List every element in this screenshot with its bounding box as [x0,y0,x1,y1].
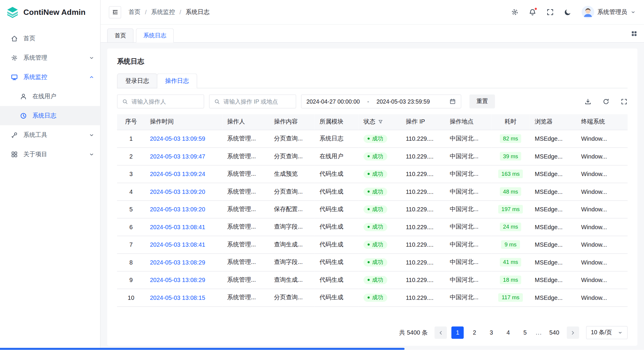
log-detail-link[interactable]: 2024-05-03 13:09:47 [150,153,205,159]
date-range-picker[interactable]: 2024-04-27 00:00:00 - 2024-05-03 23:59:5… [301,94,461,108]
notification-badge [534,7,537,10]
cell-browser: MSEdge... [530,165,576,183]
download-icon[interactable] [584,98,591,105]
operator-search-input[interactable] [132,98,199,105]
expand-icon[interactable] [621,98,628,105]
sidebar-item-label: 首页 [23,34,94,42]
cell-index: 4 [117,183,145,200]
tab-home[interactable]: 首页 [107,28,134,42]
cell-index: 1 [117,130,145,147]
status-badge: 成功 [363,205,387,213]
avatar [581,6,594,18]
refresh-icon[interactable] [602,98,610,105]
reset-button[interactable]: 重置 [469,94,495,108]
sidebar-item-online-users[interactable]: 在线用户 [0,87,100,106]
column-header-index: 序号 [117,114,145,130]
cell-status: 成功 [359,183,401,200]
breadcrumb-item[interactable]: 系统监控 [151,8,175,16]
log-detail-link[interactable]: 2024-05-03 13:08:41 [150,241,205,248]
pagination-page-3[interactable]: 3 [485,327,497,339]
cell-location: 中国河北... [445,253,491,271]
settings-gear-icon[interactable] [511,8,518,16]
page-title: 系统日志 [117,57,627,66]
fullscreen-icon[interactable] [546,8,554,16]
page-size-select[interactable]: 10 条/页 [586,326,627,339]
column-label: 状态 [363,118,375,126]
duration-badge: 41 ms [500,258,521,267]
operator-search-field[interactable] [117,94,204,108]
logo[interactable]: ContiNew Admin [0,0,100,25]
cell-content: 查询生成... [269,236,315,253]
cell-duration: 82 ms [491,130,530,147]
topbar-actions: 系统管理员 [511,6,636,18]
log-detail-link[interactable]: 2024-05-03 13:09:59 [150,135,205,142]
pagination-page-2[interactable]: 2 [468,327,480,339]
cell-index: 9 [117,271,145,289]
log-detail-link[interactable]: 2024-05-03 13:08:15 [150,294,205,301]
notification-bell-icon[interactable] [529,8,536,16]
cell-duration: 24 ms [491,218,530,236]
tool-icon [11,131,18,139]
chevron-down-icon [89,132,94,138]
table-row: 92024-05-03 13:08:29系统管理...查询生成...代码生成成功… [117,271,627,289]
cell-browser: MSEdge... [530,130,576,147]
status-dot [368,208,370,210]
pagination-page-4[interactable]: 4 [502,327,514,339]
pagination-page-540[interactable]: 540 [546,327,562,339]
log-detail-link[interactable]: 2024-05-03 13:09:24 [150,171,205,177]
pagination-page-5[interactable]: 5 [519,327,531,339]
ip-search-field[interactable] [209,94,296,108]
cell-status: 成功 [359,200,401,218]
tab-system-logs[interactable]: 系统日志 [136,28,174,42]
cell-status: 成功 [359,165,401,183]
tab-actions-grid-icon[interactable] [631,25,637,42]
breadcrumb-item[interactable]: 首页 [129,8,140,16]
sidebar-collapse-button[interactable] [109,6,121,18]
duration-badge: 24 ms [500,222,521,231]
sidebar-item-about-project[interactable]: 关于项目 [0,145,100,164]
sidebar-item-system-logs[interactable]: 系统日志 [0,106,100,125]
dark-mode-moon-icon[interactable] [564,8,572,16]
ip-search-input[interactable] [224,98,291,105]
sidebar-item-system-management[interactable]: 系统管理 [0,48,100,67]
sidebar-item-label: 在线用户 [32,92,94,100]
cell-time: 2024-05-03 13:09:47 [145,148,222,165]
cell-time: 2024-05-03 13:08:29 [145,271,222,289]
status-text: 成功 [372,207,383,212]
sidebar-item-system-tools[interactable]: 系统工具 [0,125,100,145]
cell-status: 成功 [359,271,401,289]
main-column: 首页 / 系统监控 / 系统日志 [101,0,644,350]
cell-location: 中国河北... [445,148,491,165]
cell-index: 6 [117,218,145,236]
cell-module: 在线用户 [315,148,359,165]
log-detail-link[interactable]: 2024-05-03 13:09:20 [150,188,205,195]
menu-fold-icon [112,9,119,16]
log-detail-link[interactable]: 2024-05-03 13:08:29 [150,277,205,283]
status-badge: 成功 [363,188,387,196]
horizontal-scrollbar-thumb[interactable] [0,348,405,350]
cell-os: Window... [576,236,628,253]
cell-ip: 110.229.... [401,148,445,165]
log-detail-link[interactable]: 2024-05-03 13:09:20 [150,206,205,213]
tab-login-logs[interactable]: 登录日志 [117,74,157,88]
tab-label: 操作日志 [165,77,189,85]
cell-os: Window... [576,289,628,306]
sidebar-item-system-monitor[interactable]: 系统监控 [0,67,100,87]
tab-operation-logs[interactable]: 操作日志 [157,74,197,88]
log-detail-link[interactable]: 2024-05-03 13:08:29 [150,259,205,265]
breadcrumb-separator: / [180,9,181,15]
pagination-page-1[interactable]: 1 [452,327,464,339]
user-menu[interactable]: 系统管理员 [581,6,636,18]
log-table: 序号 操作时间 操作人 操作内容 所属模块 状态 [117,114,627,307]
log-detail-link[interactable]: 2024-05-03 13:08:41 [150,224,205,230]
sidebar-item-home[interactable]: 首页 [0,29,100,48]
status-badge: 成功 [363,135,387,143]
pagination-next-button[interactable] [567,327,579,339]
table-row: 12024-05-03 13:09:59系统管理...分页查询...系统日志成功… [117,130,627,147]
status-dot [368,261,370,263]
pagination-prev-button[interactable] [435,327,447,339]
pagination-ellipsis[interactable]: ... [536,329,542,336]
cell-operator: 系统管理... [222,236,269,253]
status-filter-funnel-icon[interactable] [378,119,383,125]
cell-time: 2024-05-03 13:09:24 [145,165,222,183]
